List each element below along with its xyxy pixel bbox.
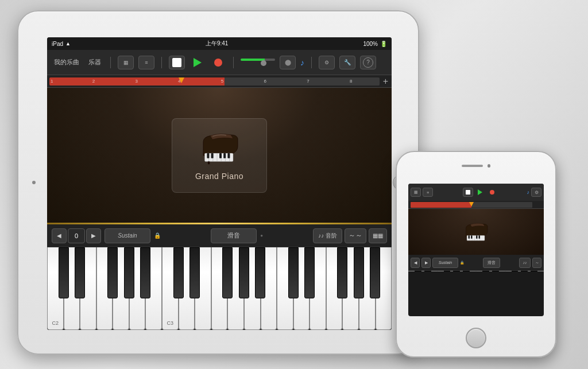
iphone-piano-keyboard[interactable]: C3 C4 — [408, 271, 544, 271]
iphone-black-fs3[interactable] — [444, 271, 451, 271]
ruler-mark-8: 8 — [350, 79, 352, 84]
black-key-gs2[interactable] — [124, 247, 134, 298]
note-icon: ♪ — [300, 58, 304, 67]
black-key-as2[interactable] — [140, 247, 150, 298]
help-icon: ? — [363, 57, 373, 68]
ruler-mark-3: 3 — [135, 79, 137, 84]
ipad-camera — [32, 181, 36, 184]
octave-down-button[interactable]: ◀ — [52, 228, 67, 243]
iphone-toolbar: ▦ ≡ ♪ ⚙ — [408, 184, 544, 201]
iphone-side-button[interactable] — [555, 204, 557, 221]
iphone-stop-button[interactable] — [463, 188, 473, 197]
iphone-black-cs4[interactable] — [482, 271, 489, 271]
iphone-black-as4[interactable] — [531, 271, 537, 271]
play-icon — [194, 58, 202, 67]
iphone-black-ds4[interactable] — [492, 271, 499, 271]
mixer-button[interactable]: ⚙ — [319, 56, 335, 69]
black-key-fs3[interactable] — [222, 247, 233, 298]
black-key-ds2[interactable] — [75, 247, 85, 298]
svg-rect-9 — [219, 153, 222, 158]
help-button[interactable]: ? — [360, 56, 376, 69]
stop-button[interactable] — [169, 56, 185, 69]
iphone-black-gs4[interactable] — [521, 271, 528, 271]
wavy-icon: ～～ — [349, 231, 362, 240]
scale-button[interactable]: ♪♪ 音阶 — [313, 228, 342, 243]
black-key-cs3[interactable] — [173, 247, 184, 298]
instruments-button[interactable]: 乐器 — [86, 57, 103, 68]
svg-rect-20 — [471, 235, 473, 239]
iphone-ruler[interactable] — [408, 201, 544, 209]
iphone-lock-icon: 🔒 — [460, 261, 464, 265]
play-button[interactable] — [189, 56, 206, 69]
iphone-ruler-bar — [411, 202, 532, 208]
black-key-cs2[interactable] — [59, 247, 69, 298]
iphone-instrument-area[interactable] — [408, 209, 544, 255]
iphone-screen: ▦ ≡ ♪ ⚙ — [408, 184, 544, 316]
iphone-octave-down[interactable]: ◀ — [411, 258, 420, 268]
iphone-sustain-button[interactable]: Sustain — [432, 258, 458, 268]
wrench-button[interactable]: 🔧 — [339, 56, 355, 69]
ipad-label: iPad — [52, 41, 63, 47]
iphone-black-as3[interactable] — [463, 271, 470, 271]
list-icon: ≡ — [145, 60, 148, 65]
iphone-home-button[interactable] — [466, 328, 486, 348]
ruler-add-button[interactable]: + — [380, 76, 392, 87]
instrument-card[interactable]: Grand Piano — [172, 118, 267, 193]
ruler-playhead — [179, 77, 184, 83]
status-bar-right: 100% 🔋 — [363, 41, 387, 47]
volume-slider[interactable] — [241, 59, 275, 61]
arpeggio-button[interactable]: ～～ — [345, 228, 366, 243]
iphone-play-button[interactable] — [475, 188, 485, 197]
black-key-gs4[interactable] — [354, 247, 364, 298]
iphone-list-button[interactable]: ≡ — [423, 188, 433, 197]
battery-icon: 🔋 — [380, 41, 387, 47]
glide-button[interactable]: 滑音 — [211, 228, 257, 243]
octave-up-button[interactable]: ▶ — [86, 228, 101, 243]
chord-button[interactable]: ▦▦ — [369, 228, 387, 243]
black-key-ds4[interactable] — [304, 247, 315, 298]
tracks-icon: ▦ — [123, 60, 129, 65]
black-key-fs2[interactable] — [107, 247, 118, 298]
iphone-record-button[interactable] — [487, 188, 497, 197]
black-key-as4[interactable] — [370, 247, 380, 298]
scene: iPad ▲ 上午9:41 100% 🔋 我的乐曲 乐器 ▦ — [0, 0, 588, 369]
key-label-c2: C2 — [52, 320, 59, 326]
loop-button[interactable]: ⬤ — [280, 56, 296, 69]
help-label: ? — [366, 59, 370, 65]
key-label-c3: C3 — [167, 320, 174, 326]
iphone-tracks-button[interactable]: ▦ — [411, 188, 421, 197]
status-bar-left: iPad ▲ — [52, 41, 71, 47]
octave-control: ◀ 0 ▶ — [52, 228, 101, 243]
iphone-black-gs3[interactable] — [453, 271, 460, 271]
ipad-piano-keyboard[interactable]: C2 C3 — [47, 247, 392, 330]
iphone-glide-button[interactable]: 滑音 — [483, 258, 500, 268]
chord-icon: ▦▦ — [373, 232, 383, 239]
svg-rect-21 — [476, 235, 478, 239]
black-key-fs4[interactable] — [337, 247, 347, 298]
toolbar-divider-2 — [161, 57, 162, 68]
iphone-settings-button[interactable]: ⚙ — [531, 188, 541, 197]
iphone-ruler-playhead — [469, 202, 474, 207]
ipad-screen: iPad ▲ 上午9:41 100% 🔋 我的乐曲 乐器 ▦ — [47, 37, 392, 330]
tracks-view-button[interactable]: ▦ — [118, 56, 134, 69]
iphone-chord-button[interactable]: ～ — [532, 258, 541, 268]
black-key-gs3[interactable] — [239, 247, 249, 298]
iphone-scale-button[interactable]: ♪♪ — [519, 258, 531, 268]
iphone-black-fs4[interactable] — [512, 271, 519, 271]
black-key-as3[interactable] — [255, 247, 265, 298]
iphone-scale-icon: ♪♪ — [523, 261, 527, 265]
ipad-toolbar: 我的乐曲 乐器 ▦ ≡ — [47, 50, 392, 75]
iphone-black-cs3[interactable] — [415, 271, 421, 271]
sustain-button[interactable]: Sustain — [105, 228, 150, 243]
ipad-instrument-area[interactable]: Grand Piano — [47, 88, 392, 223]
iphone-speaker — [462, 165, 483, 167]
list-view-button[interactable]: ≡ — [138, 56, 154, 69]
record-button[interactable] — [210, 56, 226, 69]
ipad-ruler[interactable]: 1 2 3 4 5 6 7 8 + — [47, 75, 392, 88]
my-music-button[interactable]: 我的乐曲 — [52, 57, 82, 68]
black-key-cs4[interactable] — [288, 247, 299, 298]
black-key-ds3[interactable] — [189, 247, 200, 298]
iphone-black-ds3[interactable] — [424, 271, 431, 271]
ipad-device: iPad ▲ 上午9:41 100% 🔋 我的乐曲 乐器 ▦ — [17, 10, 419, 355]
iphone-octave-up[interactable]: ▶ — [421, 258, 431, 268]
